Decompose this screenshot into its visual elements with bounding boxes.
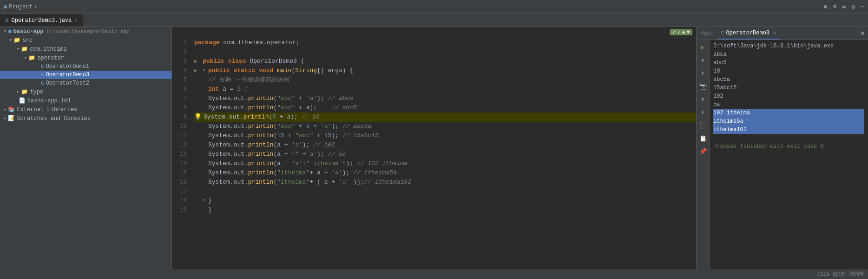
string: 'a': [331, 168, 342, 178]
scroll-up-button[interactable]: ⬆: [697, 94, 709, 105]
stop-button[interactable]: ⬇: [697, 68, 709, 79]
expand-arrow-icon: ▶: [17, 89, 19, 94]
sidebar-item-external-libraries[interactable]: ▶ 📚 External Libraries: [0, 105, 171, 114]
method-name: println: [248, 159, 274, 168]
minimize-icon[interactable]: —: [861, 3, 864, 10]
lightbulb-icon[interactable]: 💡: [194, 113, 202, 122]
sidebar-item-scratches[interactable]: ▶ 📝 Scratches and Consoles: [0, 114, 171, 123]
code-text: );: [317, 94, 328, 103]
project-folder-icon: ◼: [8, 28, 11, 35]
string: 'a': [321, 122, 331, 131]
code-text: (: [269, 113, 272, 122]
code-text: );: [342, 168, 353, 178]
run-output[interactable]: D:\soft\Java\jdk-16.0.1\bin\java.exe abc…: [710, 40, 868, 269]
tab-close-icon[interactable]: ✕: [74, 18, 77, 23]
keyword: package: [194, 38, 220, 47]
sidebar-item-basic-app-iml[interactable]: 📄 basic-app.iml: [0, 96, 171, 105]
line-num-5: 5: [172, 75, 187, 85]
fold-close-icon[interactable]: ▼: [203, 196, 208, 206]
line-numbers: 1 2 3 4 5 6 7 8 9 10 11 12 13 14 15 16 1…: [172, 38, 191, 269]
check-badge[interactable]: ✓ 7 ▲ ▼: [670, 29, 692, 35]
run-tab-close-icon[interactable]: ✕: [773, 30, 776, 36]
structure-icon[interactable]: ≡: [833, 3, 837, 10]
string: 'a': [306, 150, 317, 159]
line-num-16: 16: [172, 178, 187, 187]
rerun-button[interactable]: ⬆: [697, 55, 709, 66]
sync-icon[interactable]: ⇄: [842, 3, 846, 11]
sidebar-item-label: basic-app D:\code\javasepro\basic-app: [13, 28, 130, 35]
output-line-itheima5a: itheima5a: [713, 117, 864, 126]
java-run-icon: C: [721, 30, 724, 36]
run-arrow-icon[interactable]: ▶: [194, 66, 203, 75]
expand-arrow-icon: ▼: [17, 47, 19, 52]
code-line-4: ▶ ▼ public static void main(String[] arg…: [194, 66, 696, 75]
comment: // 5a: [328, 150, 346, 159]
java-file-icon: C: [6, 18, 9, 23]
line-num-19: 19: [172, 206, 187, 215]
scroll-down-button[interactable]: ⬇: [697, 107, 709, 118]
project-title: Project: [9, 4, 32, 10]
code-area[interactable]: package com.itheima.operator; ▶ public c…: [191, 38, 696, 269]
code-text: (: [273, 131, 277, 140]
line-num-10: 10: [172, 122, 187, 131]
line-num-15: 15: [172, 168, 187, 178]
output-line-process-finished: Process finished with exit code 0: [713, 142, 864, 151]
line-num-14: 14: [172, 159, 187, 168]
sidebar-item-operator[interactable]: ▼ 📁 operator: [0, 53, 171, 62]
sidebar-item-src[interactable]: ▼ 📁 src: [0, 36, 171, 45]
string: "abc": [277, 94, 295, 103]
code-text: System.out.: [208, 178, 248, 187]
code-text: }: [208, 196, 212, 206]
code-line-7: System.out.println("abc" + 'a'); // abca: [194, 94, 696, 103]
tab-operatordemo3[interactable]: C OperatorDemo3.java ✕: [0, 14, 83, 27]
screenshot-button[interactable]: 📷: [697, 81, 709, 92]
classref: String: [295, 66, 317, 75]
keyword: int: [208, 85, 219, 94]
pin-button[interactable]: 📌: [697, 146, 709, 157]
sidebar-item-label: OperatorDemo3: [46, 72, 90, 78]
method-name: println: [248, 131, 274, 140]
tab-bar: C OperatorDemo3.java ✕: [0, 14, 868, 27]
output-line-5a: 5a: [713, 100, 864, 109]
sidebar-item-label: com.itheima: [30, 46, 66, 53]
sidebar-item-label: type: [30, 89, 43, 95]
settings-icon[interactable]: ⚙: [851, 3, 855, 11]
number: 15: [277, 131, 284, 140]
run-settings-icon[interactable]: ⚙: [861, 30, 864, 37]
code-text: );: [317, 150, 328, 159]
number: 5: [237, 85, 241, 94]
sidebar-item-basic-app[interactable]: ▼ ◼ basic-app D:\code\javasepro\basic-ap…: [0, 27, 171, 36]
project-dropdown-icon[interactable]: ▼: [34, 5, 37, 9]
new-file-icon[interactable]: ⊕: [824, 3, 828, 11]
code-text: +: [302, 159, 306, 168]
chevron-down-icon[interactable]: ▼: [687, 30, 690, 35]
sidebar-item-type[interactable]: ▶ 📁 type: [0, 87, 171, 96]
method-name: println: [248, 168, 274, 178]
clear-button[interactable]: ⬛: [697, 120, 709, 131]
string: 'a': [291, 159, 302, 168]
code-text: +: [313, 131, 324, 140]
chevron-up-icon[interactable]: ▲: [682, 30, 685, 35]
code-text: System.out.: [208, 150, 248, 159]
code-text: System.out.: [208, 131, 248, 140]
fold-icon[interactable]: ▼: [203, 66, 208, 75]
sidebar-item-com-itheima[interactable]: ▼ 📁 com.itheima: [0, 45, 171, 53]
check-icon: ✓: [672, 29, 676, 35]
expand-arrow-icon: ▶: [4, 116, 6, 121]
run-tab-label: OperatorDemo3: [726, 30, 769, 36]
sidebar-item-operatordemo3[interactable]: C OperatorDemo3: [0, 71, 171, 79]
project-icon: ◼: [4, 3, 7, 10]
sidebar-item-operatortest2[interactable]: C OperatorTest2: [0, 79, 171, 87]
run-arrow-icon[interactable]: ▶: [194, 57, 203, 66]
run-play-button[interactable]: ▶: [697, 42, 709, 53]
java-icon: C: [41, 64, 44, 69]
folder-icon: 📁: [13, 37, 20, 44]
expand-arrow-icon: ▼: [24, 56, 26, 60]
run-tab-operatordemo3[interactable]: C OperatorDemo3 ✕: [717, 27, 780, 40]
number: 15: [324, 131, 332, 140]
copy-button[interactable]: 📋: [697, 133, 709, 144]
string: 'a': [291, 140, 302, 150]
output-line-abca: abca: [713, 50, 864, 59]
status-text: CSDN @好的_浩同学: [817, 271, 864, 278]
sidebar-item-operatordemo1[interactable]: C OperatorDemo1: [0, 62, 171, 71]
